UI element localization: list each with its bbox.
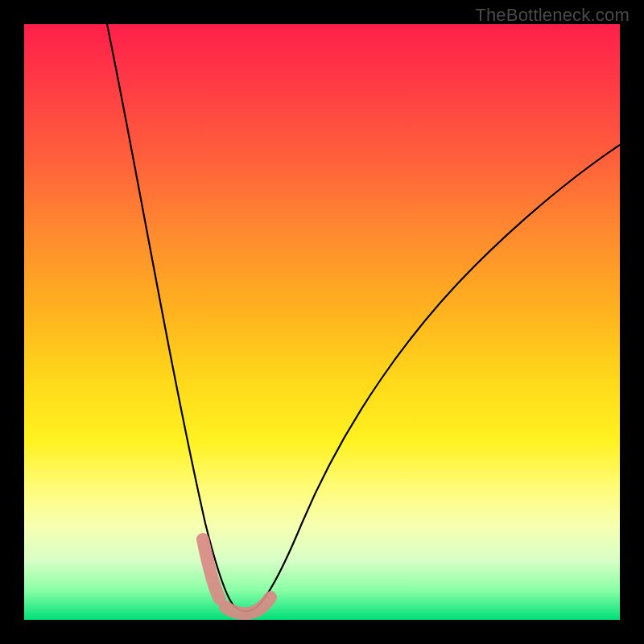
bottleneck-curve <box>107 24 620 611</box>
plot-area <box>24 24 620 620</box>
chart-svg <box>24 24 620 620</box>
watermark-text: TheBottleneck.com <box>475 5 630 26</box>
highlight-bottom-segment <box>225 597 270 613</box>
outer-frame: TheBottleneck.com <box>0 0 644 644</box>
